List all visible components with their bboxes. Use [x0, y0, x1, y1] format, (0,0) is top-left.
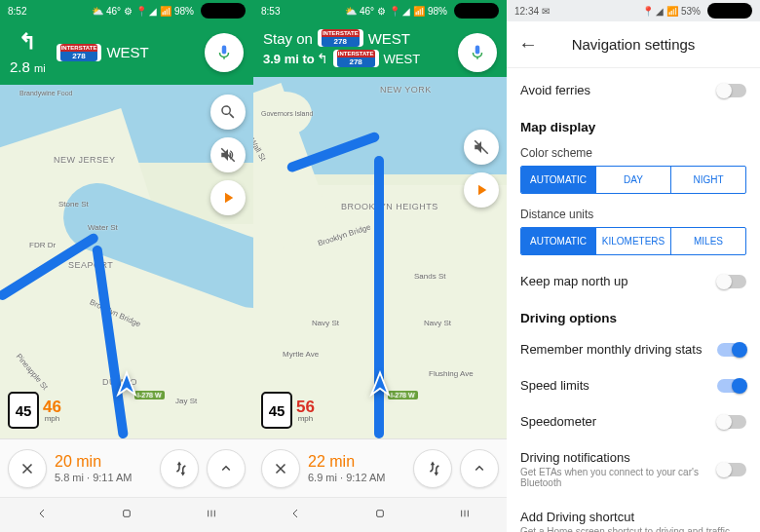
turn-arrow-icon: ↰ — [317, 51, 328, 66]
map-label-brand: Brandywine Food — [19, 90, 72, 96]
map-canvas[interactable]: NEW YORK Governors Island Wall St BROOKL… — [253, 77, 507, 438]
map-label-fdr: FDR Dr — [29, 241, 56, 249]
label-distance-units: Distance units — [520, 202, 746, 227]
map-label-seaport: SEAPORT — [68, 260, 113, 270]
setting-north-up[interactable]: Keep map north up — [520, 263, 746, 299]
eta-info[interactable]: 20 min 5.8 mi · 9:11 AM — [55, 452, 152, 483]
status-bar: 8:53 ⛅ 46° ⚙ 📍 ◢ 📶 98% — [253, 0, 507, 21]
mute-button[interactable] — [464, 130, 499, 165]
setting-add-shortcut[interactable]: Add Driving shortcutGet a Home screen sh… — [520, 499, 746, 532]
speed-indicator: 45 56mph — [261, 392, 315, 429]
alt-routes-button[interactable] — [413, 449, 452, 488]
eta-time: 20 min — [55, 452, 152, 471]
expand-up-button[interactable] — [207, 449, 246, 488]
settings-list[interactable]: Avoid ferries Map display Color scheme A… — [507, 68, 760, 532]
map-label-ny: NEW YORK — [380, 85, 432, 95]
nav-instruction-banner[interactable]: Stay on INTERSTATE278 WEST 3.9 mi to ↰ I… — [253, 21, 507, 77]
toggle-remember-stats[interactable] — [717, 343, 746, 357]
seg-scheme-auto[interactable]: AUTOMATIC — [521, 167, 595, 193]
sys-home-button[interactable] — [119, 506, 134, 524]
speed-indicator: 45 46mph — [8, 392, 61, 429]
setting-speedometer[interactable]: Speedometer — [520, 403, 746, 439]
eta-sub: 5.8 mi · 9:11 AM — [55, 472, 152, 484]
nav-direction: WEST — [368, 30, 410, 47]
interstate-shield-icon-2: INTERSTATE278 — [333, 50, 379, 67]
seg-scheme-night[interactable]: NIGHT — [670, 167, 745, 193]
map-label-gov: Governors Island — [261, 110, 313, 117]
camera-notch — [454, 3, 499, 19]
segmented-distance-units: AUTOMATIC KILOMETERS MILES — [520, 227, 746, 255]
back-button[interactable]: ← — [518, 33, 542, 56]
zoom-search-button[interactable] — [210, 95, 246, 130]
status-icons: ⛅ 46° ⚙ 📍 ◢ 📶 98% — [92, 3, 246, 19]
map-label-myrtle: Myrtle Ave — [283, 350, 319, 359]
interstate-shield-icon: INTERSTATE278 — [318, 29, 363, 47]
seg-units-auto[interactable]: AUTOMATIC — [521, 228, 595, 254]
sys-recents-button[interactable] — [457, 506, 473, 524]
seg-scheme-day[interactable]: DAY — [595, 167, 670, 193]
settings-header: ← Navigation settings — [507, 21, 760, 68]
vehicle-cursor-icon — [112, 370, 141, 403]
eta-bottom-bar[interactable]: 20 min 5.8 mi · 9:11 AM — [0, 438, 253, 497]
stay-on-label: Stay on — [263, 30, 313, 47]
page-title: Navigation settings — [542, 36, 725, 53]
vehicle-cursor-icon — [365, 370, 395, 403]
toggle-avoid-ferries[interactable] — [717, 84, 746, 97]
expand-up-button[interactable] — [460, 449, 499, 488]
speed-limit-sign: 45 — [8, 392, 39, 429]
setting-speed-limits[interactable]: Speed limits — [520, 367, 746, 403]
map-label-nj: NEW JERSEY — [54, 155, 116, 165]
nav-instruction-banner[interactable]: ↰ 2.8 mi INTERSTATE278 WEST — [0, 21, 253, 85]
svg-rect-3 — [377, 511, 384, 517]
eta-info[interactable]: 22 min 6.9 mi · 9:12 AM — [308, 452, 405, 483]
status-bar: 12:34 ✉ 📍 ◢ 📶 53% — [507, 0, 760, 21]
interstate-shield-icon: INTERSTATE278 — [57, 44, 102, 61]
voice-search-button[interactable] — [458, 33, 497, 72]
status-time: 8:52 — [8, 6, 26, 17]
close-nav-button[interactable] — [8, 449, 47, 488]
camera-notch — [707, 3, 752, 19]
alt-routes-button[interactable] — [160, 449, 199, 488]
mute-button[interactable] — [210, 137, 246, 172]
status-time: 12:34 ✉ — [514, 6, 550, 17]
nav-distance: 2.8 mi — [10, 58, 46, 75]
svg-rect-1 — [124, 511, 131, 517]
setting-driving-notifications[interactable]: Driving notificationsGet ETAs when you c… — [520, 439, 746, 499]
sys-back-button[interactable] — [34, 506, 50, 524]
phone-nav-2: 8:53 ⛅ 46° ⚙ 📍 ◢ 📶 98% Stay on INTERSTAT… — [253, 0, 507, 532]
toggle-north-up[interactable] — [717, 275, 746, 288]
system-nav-bar — [253, 497, 507, 532]
toggle-speedometer[interactable] — [717, 415, 746, 429]
media-button[interactable] — [210, 180, 246, 215]
sys-back-button[interactable] — [287, 506, 303, 524]
phone-settings: 12:34 ✉ 📍 ◢ 📶 53% ← Navigation settings … — [507, 0, 760, 532]
eta-time: 22 min — [308, 452, 405, 471]
nav-direction: WEST — [106, 44, 148, 60]
segmented-color-scheme: AUTOMATIC DAY NIGHT — [520, 166, 746, 194]
setting-avoid-ferries[interactable]: Avoid ferries — [520, 72, 746, 108]
map-label-bh: BROOKLYN HEIGHTS — [341, 202, 438, 211]
nav-direction-2: WEST — [384, 52, 421, 66]
toggle-speed-limits[interactable] — [717, 379, 746, 393]
setting-remember-stats[interactable]: Remember monthly driving stats — [520, 331, 746, 367]
seg-units-mi[interactable]: MILES — [670, 228, 745, 254]
toggle-driving-notifications[interactable] — [717, 463, 746, 476]
status-bar: 8:52 ⛅ 46° ⚙ 📍 ◢ 📶 98% — [0, 0, 253, 21]
status-icons: ⛅ 46° ⚙ 📍 ◢ 📶 98% — [345, 3, 499, 19]
seg-units-km[interactable]: KILOMETERS — [595, 228, 670, 254]
eta-bottom-bar[interactable]: 22 min 6.9 mi · 9:12 AM — [253, 438, 507, 497]
camera-notch — [201, 3, 246, 19]
map-label-water: Water St — [88, 223, 118, 232]
section-map-display: Map display — [520, 108, 746, 140]
close-nav-button[interactable] — [261, 449, 300, 488]
status-time: 8:53 — [261, 6, 280, 17]
sys-recents-button[interactable] — [204, 506, 219, 524]
sys-home-button[interactable] — [372, 506, 388, 524]
media-button[interactable] — [464, 172, 499, 208]
voice-search-button[interactable] — [205, 33, 244, 72]
map-label-sands: Sands St — [414, 272, 445, 281]
phone-nav-1: 8:52 ⛅ 46° ⚙ 📍 ◢ 📶 98% ↰ 2.8 mi INTERSTA… — [0, 0, 253, 532]
current-speed: 56mph — [296, 399, 315, 423]
map-canvas[interactable]: NEW JERSEY Brandywine Food Stone St Wate… — [0, 85, 253, 438]
label-color-scheme: Color scheme — [520, 140, 746, 166]
